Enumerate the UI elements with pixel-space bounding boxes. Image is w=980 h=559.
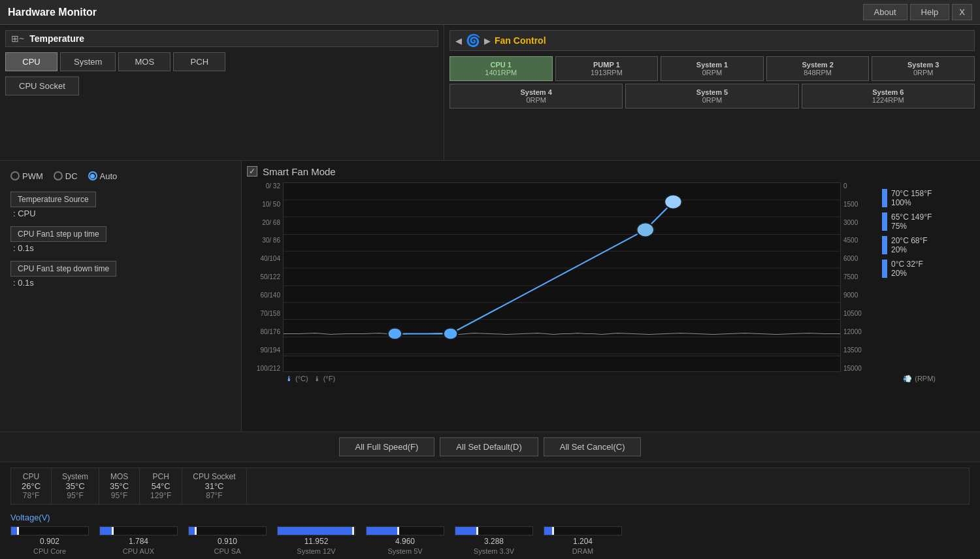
chart-y-right-label: 12000 bbox=[843, 328, 877, 335]
tab-pch[interactable]: PCH bbox=[173, 52, 225, 71]
all-set-cancel-button[interactable]: All Set Cancel(C) bbox=[544, 437, 642, 456]
dc-radio[interactable]: DC bbox=[54, 171, 78, 181]
voltage-value: 1.784 bbox=[129, 537, 148, 546]
temp-source-group: Temperature Source : CPU bbox=[10, 192, 231, 218]
voltage-bar-fill bbox=[278, 527, 352, 535]
fan-btn-system4[interactable]: System 40RPM bbox=[449, 84, 623, 109]
fan-btn-system1[interactable]: System 10RPM bbox=[661, 56, 764, 81]
control-panel: PWM DC Auto Temperature Source : CPU CPU… bbox=[0, 161, 242, 432]
chart-y-right-label: 4500 bbox=[843, 237, 877, 244]
voltage-bar-container bbox=[188, 526, 267, 535]
title-bar-buttons: About Help X bbox=[863, 4, 972, 20]
fan-icon: 🌀 bbox=[466, 33, 480, 48]
chart-y-left-label: 80/176 bbox=[247, 328, 280, 335]
legend-row: 65°C 149°F 75% bbox=[882, 212, 975, 231]
legend-text: 0°C 32°F 20% bbox=[891, 260, 923, 278]
voltage-item-system5v: 4.960System 5V bbox=[366, 526, 444, 555]
voltage-bar-container bbox=[277, 526, 355, 535]
chart-y-right-label: 13500 bbox=[843, 347, 877, 354]
main-content: ⊞~ Temperature CPU System MOS PCH CPU So… bbox=[0, 25, 980, 559]
about-button[interactable]: About bbox=[863, 4, 907, 20]
auto-radio[interactable]: Auto bbox=[88, 171, 118, 181]
chart-y-left: 100/21290/19480/17670/15860/14050/12240/… bbox=[247, 182, 283, 372]
unit-fahrenheit: 🌡 (°F) bbox=[314, 375, 335, 383]
tab-system[interactable]: System bbox=[60, 52, 116, 71]
fan-btn-system5[interactable]: System 50RPM bbox=[625, 84, 798, 109]
voltage-value: 0.902 bbox=[40, 537, 59, 546]
app-title: Hardware Monitor bbox=[8, 7, 97, 18]
middle-section: PWM DC Auto Temperature Source : CPU CPU… bbox=[0, 161, 980, 432]
fan-btn-system3[interactable]: System 30RPM bbox=[872, 56, 975, 81]
svg-point-11 bbox=[444, 328, 458, 339]
chart-y-right-label: 1500 bbox=[843, 201, 877, 208]
step-down-group: CPU Fan1 step down time : 0.1s bbox=[10, 261, 231, 288]
auto-radio-circle bbox=[88, 171, 97, 180]
voltage-item-system12v: 11.952System 12V bbox=[277, 526, 355, 555]
legend-bar bbox=[882, 189, 887, 207]
bottom-buttons: All Full Speed(F) All Set Default(D) All… bbox=[0, 432, 980, 462]
voltage-item-cpucore: 0.902CPU Core bbox=[10, 526, 89, 555]
voltage-bar-container bbox=[99, 526, 178, 535]
chart-y-left-label: 40/104 bbox=[247, 255, 280, 262]
chart-y-left-label: 20/ 68 bbox=[247, 219, 280, 226]
fan-btn-system2[interactable]: System 2848RPM bbox=[766, 56, 870, 81]
tab-cpu[interactable]: CPU bbox=[5, 52, 57, 71]
chart-y-right-label: 3000 bbox=[843, 219, 877, 226]
voltage-name: DRAM bbox=[572, 547, 593, 555]
all-set-default-button[interactable]: All Set Default(D) bbox=[440, 437, 538, 456]
temp-sensor-cpu: CPU 26°C 78°F bbox=[11, 468, 52, 504]
chart-y-left-label: 70/158 bbox=[247, 310, 280, 317]
temperature-panel-header: ⊞~ Temperature bbox=[5, 30, 438, 47]
fan-nav-left[interactable]: ◀ bbox=[455, 36, 462, 46]
svg-point-10 bbox=[387, 328, 402, 339]
voltage-name: System 3.3V bbox=[474, 547, 514, 555]
chart-y-left-label: 0/ 32 bbox=[247, 182, 280, 190]
voltage-value: 4.960 bbox=[395, 537, 415, 546]
voltage-bar-fill bbox=[11, 527, 17, 535]
help-button[interactable]: Help bbox=[910, 4, 950, 20]
chart-y-left-label: 30/ 86 bbox=[247, 237, 280, 244]
voltage-name: CPU Core bbox=[33, 547, 66, 555]
voltage-bar-indicator bbox=[17, 527, 19, 535]
voltage-value: 0.910 bbox=[218, 537, 237, 546]
fan-btn-pump1[interactable]: PUMP 11913RPM bbox=[555, 56, 659, 81]
pwm-radio[interactable]: PWM bbox=[10, 171, 43, 181]
smart-fan-checkbox[interactable]: ✓ bbox=[247, 166, 257, 177]
legend-text: 70°C 158°F 100% bbox=[891, 189, 932, 207]
close-button[interactable]: X bbox=[952, 4, 972, 20]
all-full-speed-button[interactable]: All Full Speed(F) bbox=[339, 437, 435, 456]
legend-row: 0°C 32°F 20% bbox=[882, 260, 975, 278]
voltage-bar-indicator bbox=[112, 527, 114, 535]
chart-y-left-label: 60/140 bbox=[247, 292, 280, 299]
step-down-value: : 0.1s bbox=[10, 278, 231, 288]
voltage-item-dram: 1.204DRAM bbox=[544, 526, 622, 555]
legend-row: 70°C 158°F 100% bbox=[882, 189, 975, 207]
chart-y-right: 1500013500120001050090007500600045003000… bbox=[841, 182, 877, 372]
chart-legend: 70°C 158°F 100% 65°C 149°F 75% 20°C 68°F… bbox=[877, 182, 975, 278]
chart-y-left-label: 10/ 50 bbox=[247, 201, 280, 208]
legend-bar bbox=[882, 236, 887, 254]
smart-fan-title: Smart Fan Mode bbox=[263, 166, 336, 177]
voltage-bar-container bbox=[544, 526, 622, 535]
voltage-name: System 5V bbox=[387, 547, 422, 555]
tab-cpu-socket[interactable]: CPU Socket bbox=[5, 76, 79, 95]
temperature-panel-title: Temperature bbox=[29, 33, 84, 44]
dc-radio-circle bbox=[54, 171, 63, 180]
voltage-value: 1.204 bbox=[573, 537, 593, 546]
voltage-item-cpusa: 0.910CPU SA bbox=[188, 526, 267, 555]
voltage-bar-fill bbox=[100, 527, 112, 535]
voltage-name: CPU AUX bbox=[123, 547, 154, 555]
step-up-group: CPU Fan1 step up time : 0.1s bbox=[10, 226, 231, 253]
title-bar: Hardware Monitor About Help X bbox=[0, 0, 980, 25]
chart-y-right-label: 0 bbox=[843, 182, 877, 190]
step-down-label: CPU Fan1 step down time bbox=[10, 261, 116, 277]
voltage-name: System 12V bbox=[297, 547, 335, 555]
voltage-bar-indicator bbox=[195, 527, 197, 535]
tab-mos[interactable]: MOS bbox=[118, 52, 171, 71]
voltage-bar-container bbox=[455, 526, 533, 535]
fan-btn-system6[interactable]: System 61224RPM bbox=[802, 84, 975, 109]
voltage-bars: 0.902CPU Core1.784CPU AUX0.910CPU SA11.9… bbox=[10, 526, 970, 555]
fan-btn-cpu1[interactable]: CPU 11401RPM bbox=[449, 56, 553, 81]
unit-rpm: 💨 (RPM) bbox=[903, 375, 936, 383]
fan-nav-right[interactable]: ▶ bbox=[484, 36, 491, 46]
